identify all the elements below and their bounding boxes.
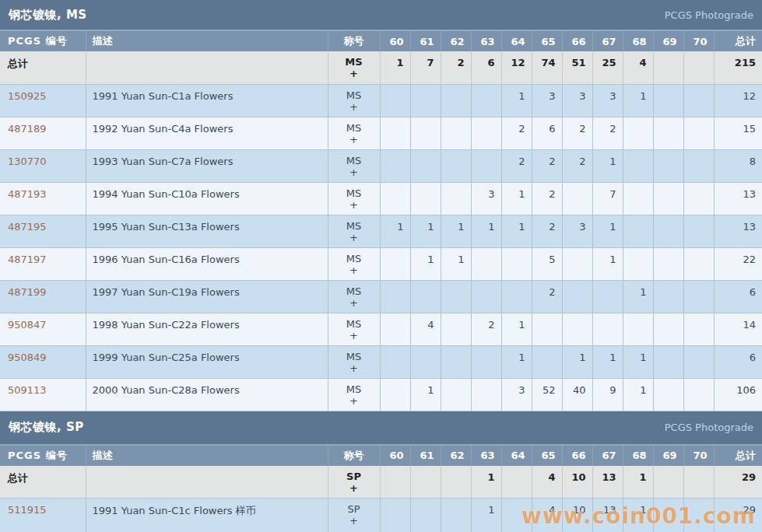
pcgs-number-cell: 487195 <box>0 215 86 247</box>
grade-count-cell-67: 9 <box>592 378 623 411</box>
pcgs-number-link[interactable]: 487195 <box>8 221 47 233</box>
designation-cell: MS+ <box>328 247 380 280</box>
total-count-cell: 22 <box>714 247 762 280</box>
grade-count-cell-66 <box>562 247 592 280</box>
pcgs-number-link[interactable]: 950849 <box>8 352 47 363</box>
pcgs-number-cell: 130770 <box>0 149 86 182</box>
column-header-description: 描述 <box>86 31 328 51</box>
photograde-link[interactable]: PCGS Photograde <box>665 9 753 21</box>
grade-count-cell-61: 7 <box>410 51 441 84</box>
designation-cell: SP+ <box>328 499 380 532</box>
grade-count-cell-60 <box>380 182 410 215</box>
total-count-cell: 6 <box>714 280 762 313</box>
description-cell: 1992 Yuan Sun-C4a Flowers <box>86 117 328 149</box>
grade-count-cell-65 <box>532 345 562 378</box>
column-header-total: 总计 <box>714 446 762 466</box>
grade-count-cell-68: 1 <box>623 84 653 117</box>
pcgs-number-link[interactable]: 487197 <box>8 254 47 265</box>
pcgs-number-link[interactable]: 511915 <box>8 504 47 516</box>
pcgs-number-link[interactable]: 509113 <box>8 384 47 396</box>
grade-count-cell-65: 2 <box>532 182 562 215</box>
table-row: 5091132000 Yuan Sun-C28a FlowersMS+13524… <box>0 378 762 411</box>
total-count-cell: 29 <box>714 499 762 532</box>
grade-count-cell-60 <box>380 117 410 149</box>
pcgs-population-page: 钢芯镀镍, MSPCGS PhotogradePCGS 编号描述称号606162… <box>0 0 762 532</box>
pcgs-number-link[interactable]: 487199 <box>8 286 47 298</box>
pcgs-number-link[interactable]: 487193 <box>8 188 47 200</box>
pcgs-number-link[interactable]: 950847 <box>8 319 47 331</box>
grade-count-cell-61 <box>410 84 441 117</box>
pcgs-number-link[interactable]: 130770 <box>8 156 47 167</box>
grade-count-cell-67: 7 <box>592 182 623 215</box>
grade-count-cell-60 <box>380 149 410 182</box>
designation-line: + <box>335 330 374 341</box>
grade-count-cell-70 <box>683 51 714 84</box>
pcgs-number-cell: 487189 <box>0 117 86 149</box>
grade-count-cell-65: 2 <box>532 149 562 182</box>
designation-line: MS <box>335 122 374 134</box>
designation-cell: MS+ <box>328 280 380 313</box>
table-block: 钢芯镀镍, SPPCGS PhotogradePCGS 编号描述称号606162… <box>0 411 762 532</box>
designation-line: + <box>335 362 374 374</box>
grade-count-cell-60: 1 <box>380 215 410 247</box>
pcgs-number-link[interactable]: 150925 <box>8 90 47 102</box>
pcgs-number-cell: 487197 <box>0 247 86 280</box>
designation-line: SP <box>335 503 374 515</box>
designation-line: + <box>335 199 374 211</box>
table-titlebar: 钢芯镀镍, SPPCGS Photograde <box>0 411 762 446</box>
grade-count-cell-69 <box>653 466 683 499</box>
description-cell: 1994 Yuan Sun-C10a Flowers <box>86 182 328 215</box>
grade-count-cell-69 <box>653 378 683 411</box>
grade-count-cell-67: 1 <box>592 247 623 280</box>
tables-container: 钢芯镀镍, MSPCGS PhotogradePCGS 编号描述称号606162… <box>0 0 762 532</box>
column-header-grade-65: 65 <box>532 31 562 51</box>
grade-count-cell-69 <box>653 182 683 215</box>
designation-cell: MS+ <box>328 51 380 84</box>
grade-count-cell-62 <box>441 149 471 182</box>
designation-line: + <box>335 297 374 309</box>
column-header-grade-62: 62 <box>441 446 471 466</box>
grade-count-cell-64: 1 <box>501 215 532 247</box>
grade-count-cell-63: 1 <box>471 215 501 247</box>
grade-count-cell-64: 12 <box>501 51 532 84</box>
grade-count-cell-62 <box>441 466 471 499</box>
grade-count-cell-68 <box>623 247 653 280</box>
grade-count-cell-66: 10 <box>562 466 592 499</box>
column-header-designation: 称号 <box>328 31 380 51</box>
grade-count-cell-60 <box>380 466 410 499</box>
column-header-grade-60: 60 <box>380 31 410 51</box>
column-header-pcgs-number: PCGS 编号 <box>0 446 86 466</box>
column-header-grade-61: 61 <box>410 446 441 466</box>
pcgs-number-cell: 950847 <box>0 313 86 345</box>
designation-line: MS <box>335 220 374 232</box>
designation-cell: MS+ <box>328 215 380 247</box>
grade-count-cell-61 <box>410 499 441 532</box>
grade-count-cell-60 <box>380 84 410 117</box>
grade-count-cell-66: 51 <box>562 51 592 84</box>
grade-count-cell-60 <box>380 499 410 532</box>
description-cell <box>86 51 328 84</box>
grade-count-cell-68 <box>623 313 653 345</box>
grade-count-cell-62 <box>441 280 471 313</box>
designation-line: + <box>335 482 374 494</box>
designation-line: MS <box>335 318 374 330</box>
total-count-cell: 13 <box>714 215 762 247</box>
table-row: 4871891992 Yuan Sun-C4a FlowersMS+262215 <box>0 117 762 149</box>
photograde-link[interactable]: PCGS Photograde <box>665 422 753 433</box>
grade-count-cell-62 <box>441 84 471 117</box>
grade-count-cell-68: 1 <box>623 345 653 378</box>
table-row: 4871971996 Yuan Sun-C16a FlowersMS+11512… <box>0 247 762 280</box>
column-header-grade-64: 64 <box>501 446 532 466</box>
description-cell: 1993 Yuan Sun-C7a Flowers <box>86 149 328 182</box>
pcgs-number-link[interactable]: 487189 <box>8 123 47 135</box>
column-header-total: 总计 <box>714 31 762 51</box>
designation-cell: MS+ <box>328 84 380 117</box>
designation-line: MS <box>335 56 374 68</box>
pcgs-number-cell: 950849 <box>0 345 86 378</box>
grade-count-cell-66: 40 <box>562 378 592 411</box>
total-count-cell: 29 <box>714 466 762 499</box>
column-header-grade-60: 60 <box>380 446 410 466</box>
grade-count-cell-70 <box>683 247 714 280</box>
grade-count-cell-64: 1 <box>501 84 532 117</box>
grade-count-cell-67: 1 <box>592 149 623 182</box>
